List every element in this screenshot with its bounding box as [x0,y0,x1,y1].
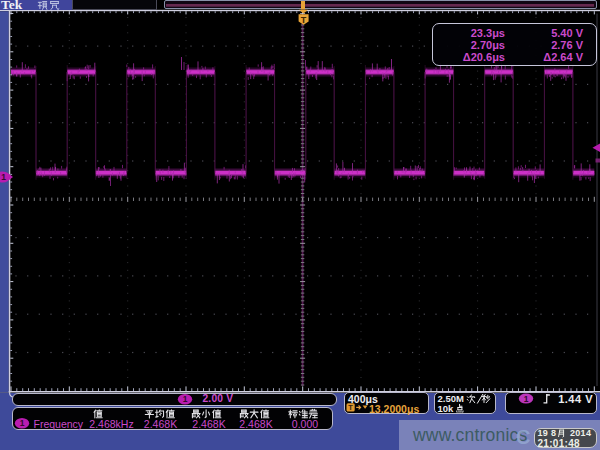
svg-text:1: 1 [524,394,529,404]
svg-text:1: 1 [1,172,6,182]
svg-text:T: T [301,15,307,25]
svg-text:T: T [348,403,353,412]
svg-text:1: 1 [20,418,25,428]
